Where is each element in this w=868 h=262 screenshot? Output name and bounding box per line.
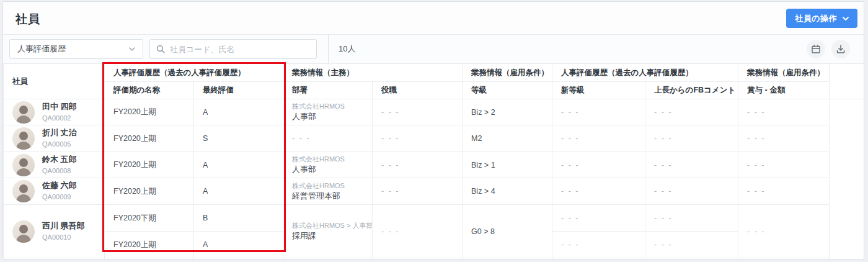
employee-cell[interactable]: 佐藤 六郎QA00009	[4, 178, 105, 205]
table-row[interactable]: 田中 四郎QA00002FY2020上期A株式会社HRMOS人事部- - -Bi…	[4, 99, 865, 125]
new-level-cell: - - -	[552, 232, 645, 258]
bonus-cell-text: - - -	[747, 187, 765, 196]
level-cell	[463, 258, 552, 260]
download-button[interactable]	[831, 40, 850, 58]
table-row[interactable]: 鈴木 五郎QA00008FY2020上期A株式会社HRMOS人事部- - -Bi…	[4, 152, 865, 178]
period-name-cell: FY2020上期	[105, 125, 194, 152]
column-header-new-level: 新等級	[552, 82, 645, 99]
new-level-cell: - - -	[552, 125, 645, 152]
final-grade-cell-text: A	[203, 187, 208, 196]
new-level-cell-text: - - -	[561, 134, 579, 143]
role-cell	[373, 258, 463, 260]
employee-name: 田中 四郎	[42, 102, 77, 112]
period-name-cell	[105, 258, 194, 260]
new-level-cell-text: - - -	[561, 214, 579, 222]
bonus-cell: - - -	[738, 178, 830, 205]
employee-text: 鈴木 五郎QA00008	[42, 155, 77, 175]
bonus-cell-text: - - -	[747, 134, 765, 143]
level-cell: Biz > 2	[463, 99, 552, 125]
department-cell: 株式会社HRMOS人事部	[283, 152, 373, 178]
employee-name: 鈴木 五郎	[42, 155, 77, 165]
department-name[interactable]: 人事部	[292, 111, 363, 122]
group-header-eval-history-2: 人事評価履歴（過去の人事評価履歴）	[552, 64, 738, 82]
employee-cell[interactable]: 西川 県吾郎QA00010	[4, 205, 105, 258]
avatar	[12, 127, 35, 150]
period-name-cell-text: FY2020上期	[113, 240, 156, 249]
fb-comment-cell-text: - - -	[654, 134, 672, 143]
column-header-level: 等級	[463, 82, 552, 99]
period-name-cell-text: FY2020上期	[113, 187, 156, 196]
period-name-cell: FY2020下期	[105, 205, 194, 232]
chevron-down-icon	[129, 47, 135, 51]
employee-info: 佐藤 六郎QA00009	[12, 180, 104, 202]
search-icon	[156, 45, 165, 53]
employee-name: 佐藤 六郎	[42, 181, 77, 191]
view-filter-value: 人事評価履歴	[17, 43, 66, 55]
role-cell: - - -	[373, 125, 463, 152]
final-grade-cell: A	[194, 232, 283, 258]
employee-text: 佐藤 六郎QA00009	[42, 181, 77, 201]
group-header-work-main: 業務情報（主務）	[283, 64, 463, 82]
final-grade-cell: A	[194, 99, 283, 125]
department-org[interactable]: 株式会社HRMOS	[292, 155, 363, 164]
employee-actions-button[interactable]: 社員の操作	[786, 9, 857, 28]
level-cell-text: Biz > 2	[471, 108, 495, 117]
column-header-period-name: 評価期の名称	[105, 82, 194, 99]
fb-comment-cell-text: - - -	[654, 214, 672, 222]
employee-code: QA00010	[42, 233, 85, 242]
period-name-cell-text: FY2020上期	[113, 160, 156, 169]
department-org[interactable]: 株式会社HRMOS	[292, 181, 363, 191]
employee-cell[interactable]: 田中 四郎QA00002	[4, 99, 105, 125]
final-grade-cell-text: A	[203, 161, 208, 169]
table-row[interactable]: 西川 県吾郎QA00010FY2020下期B株式会社HRMOS > 人事部採用課…	[4, 205, 865, 232]
employee-info: 折川 丈治QA00005	[12, 127, 104, 150]
fb-comment-cell-text: - - -	[654, 161, 672, 169]
table-header: 社員 人事評価履歴（過去の人事評価履歴） 業務情報（主務） 業務情報（雇用条件）…	[4, 64, 865, 99]
role-cell-text: - - -	[381, 161, 399, 169]
bonus-cell: - - -	[738, 99, 830, 125]
employee-list-card: 社員 社員の操作 人事評価履歴 10人	[2, 1, 864, 260]
final-grade-cell: B	[194, 205, 283, 232]
employee-code: QA00002	[42, 114, 77, 122]
table-row[interactable]: 折川 丈治QA00005FY2020上期S- - -- - -M2- - -- …	[4, 125, 865, 152]
table-row[interactable]: 佐藤 六郎QA00009FY2020上期A株式会社HRMOS経営管理本部- - …	[4, 178, 865, 205]
bonus-cell-text: - - -	[747, 108, 765, 117]
employee-text: 折川 丈治QA00005	[42, 128, 77, 148]
fb-comment-cell: - - -	[645, 205, 738, 232]
period-name-cell: FY2020上期	[105, 99, 194, 125]
role-cell: - - -	[373, 178, 463, 205]
view-filter-select[interactable]: 人事評価履歴	[9, 39, 143, 59]
final-grade-cell: A	[194, 178, 283, 205]
bonus-cell: - - -	[738, 125, 830, 152]
employee-cell[interactable]: 福山 小造	[4, 258, 105, 260]
employee-cell[interactable]: 折川 丈治QA00005	[4, 125, 105, 152]
table-row[interactable]: 福山 小造株式会社HRMOS	[4, 258, 865, 260]
calendar-button[interactable]	[807, 40, 825, 58]
department-org[interactable]: 株式会社HRMOS	[292, 102, 363, 111]
employee-search-input[interactable]	[170, 45, 310, 54]
column-header-fb-comment: 上長からのFBコメント	[645, 82, 738, 99]
group-header-work-conditions-2: 業務情報（雇用条件）	[738, 64, 830, 82]
department-name[interactable]: 採用課	[292, 230, 363, 242]
final-grade-cell: A	[194, 152, 283, 178]
employee-search-box	[149, 39, 317, 59]
period-name-cell: FY2020上期	[105, 178, 194, 205]
department-name[interactable]: 人事部	[292, 164, 363, 175]
employee-table-body: 田中 四郎QA00002FY2020上期A株式会社HRMOS人事部- - -Bi…	[4, 99, 865, 260]
level-cell-text: Biz > 4	[471, 187, 495, 196]
department-org[interactable]: 株式会社HRMOS > 人事部	[292, 221, 363, 230]
department-name[interactable]: 経営管理本部	[292, 191, 363, 202]
final-grade-cell-text: S	[203, 134, 208, 143]
final-grade-cell-text: A	[203, 108, 208, 117]
level-cell-text: M2	[471, 134, 482, 143]
department-cell: 株式会社HRMOS人事部	[283, 99, 373, 125]
department-cell: - - -	[283, 125, 373, 152]
bonus-cell	[738, 258, 830, 260]
group-header-eval-history: 人事評価履歴（過去の人事評価履歴）	[105, 64, 283, 82]
result-count: 10人	[328, 35, 355, 63]
role-cell-text: - - -	[381, 227, 399, 236]
fb-comment-cell: - - -	[645, 232, 738, 258]
employee-cell[interactable]: 鈴木 五郎QA00008	[4, 152, 105, 178]
new-level-cell: - - -	[552, 178, 645, 205]
period-name-cell-text: FY2020下期	[113, 214, 156, 222]
